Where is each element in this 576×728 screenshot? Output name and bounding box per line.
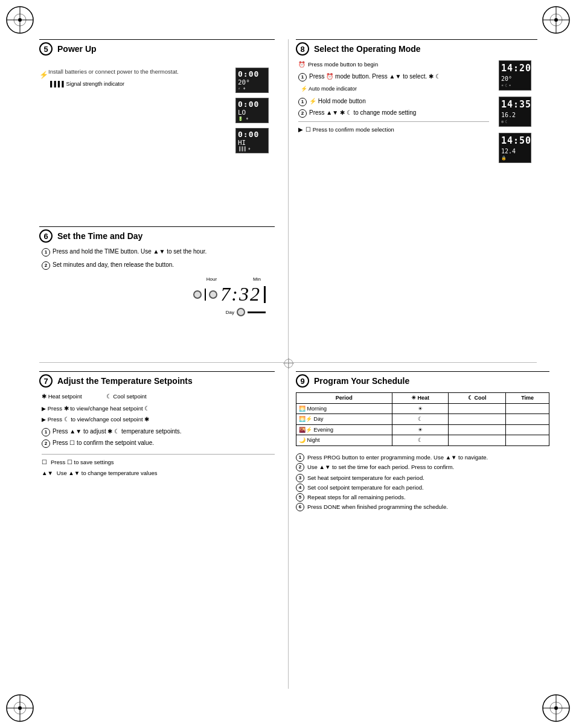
sun-icon-1: ☀ <box>501 83 504 88</box>
time-row: 7:32 <box>193 283 266 305</box>
updown-icon: ▲▼ <box>42 469 53 477</box>
time-display-area: Hour Min 7:32 Day <box>39 276 266 316</box>
step1-num: 1 <box>42 248 50 257</box>
section-9-content: Period ☀ Heat ☾ Cool Time 🌅 Morning ☀ 🌅⚡… <box>296 392 549 511</box>
dot-icon-1: • <box>508 83 511 88</box>
section-6-header: 6 Set the Time and Day <box>39 226 275 243</box>
mode-s1-text: Press ⏰ mode button. Press ▲▼ to select.… <box>309 72 441 80</box>
heat-4: ☾ <box>392 435 449 446</box>
sp-step2-text: Press ☐ to confirm the setpoint value. <box>53 439 154 447</box>
schedule-row-4: 🌙 Night ☾ <box>296 435 549 446</box>
mode-d2-foot: ❄ ☾ <box>501 120 529 124</box>
section-6-steps: 1 Press and hold the TIME button. Use ▲▼… <box>42 247 275 272</box>
hour-label: Hour <box>206 276 217 282</box>
mode-footer: ▶ ☐ Press to confirm mode selection <box>298 121 489 134</box>
mode-steps: ⏰ Press mode button to begin 1 Press ⏰ m… <box>298 60 489 134</box>
time-3 <box>506 424 549 435</box>
prog-step2: 2 Use ▲▼ to set the time for each period… <box>296 463 549 471</box>
display-3-time: 0:00 <box>238 130 266 139</box>
schedule-row-2: 🌅⚡ Day ☾ <box>296 414 549 425</box>
mode-d2-temp: 16.2 <box>501 112 529 118</box>
prog-s1-num: 1 <box>296 453 304 462</box>
prog-s5-text: Repeat steps for all remaining periods. <box>307 493 406 502</box>
mode-f1: ▶ ☐ Press to confirm mode selection <box>298 126 489 134</box>
section-7-content: ✱ Heat setpoint ☾ Cool setpoint ▶ Press … <box>42 392 275 477</box>
section-8: 8 Select the Operating Mode 14:20 20° ☀ … <box>296 39 537 235</box>
section-5: 5 Power Up ⚡ 0:00 20° ⚡ ♦ 0:00 LO 🔋 ♦ 0:… <box>39 39 275 164</box>
step2-num: 2 <box>42 261 50 270</box>
col-heat: ☀ Heat <box>392 393 449 404</box>
setpoint-footer: ☐ Press ☐ to save settings ▲▼ Use ▲▼ to … <box>42 454 275 477</box>
step2-text: Set minutes and day, then release the bu… <box>53 261 174 269</box>
col-period: Period <box>296 393 392 404</box>
day-row: Day <box>226 308 266 316</box>
setpoint-labels: ✱ Heat setpoint ☾ Cool setpoint <box>42 392 275 401</box>
svg-point-8 <box>554 18 558 22</box>
prog-s1-text: Press PROG button to enter programming m… <box>307 453 488 462</box>
day-knob <box>237 308 245 316</box>
display-box-2: 0:00 LO 🔋 ♦ <box>235 98 269 123</box>
section-7: 7 Adjust the Temperature Setpoints ✱ Hea… <box>39 371 275 477</box>
display-box-3: 0:00 HI ▐▐▐ ♦ <box>235 128 269 153</box>
mode-clock-icon: ⏰ Press mode button to begin <box>298 60 489 69</box>
mode-step2: 2 Press ▲▼ ✱ ☾ to change mode setting <box>298 109 489 118</box>
section-8-header: 8 Select the Operating Mode <box>296 39 537 56</box>
mode-note: Press mode button to begin <box>308 60 378 69</box>
cool-icon-2: ☾ <box>505 120 507 124</box>
section-5-number: 5 <box>39 42 53 56</box>
time-2 <box>506 414 549 425</box>
step1-text: Press and hold the TIME button. Use ▲▼ t… <box>53 247 206 255</box>
heat-icon: ✱ Heat setpoint <box>42 392 82 401</box>
prog-s5-num: 5 <box>296 493 304 502</box>
mode-d2-time: 14:35 <box>501 99 529 110</box>
period-1: 🌅 Morning <box>296 403 392 414</box>
section-9-title: Program Your Schedule <box>314 376 409 386</box>
section-9-number: 9 <box>296 374 309 388</box>
prog-s6-text: Press DONE when finished programming the… <box>307 503 448 511</box>
prog-step6: 6 Press DONE when finished programming t… <box>296 503 549 511</box>
schedule-icon: ☐ <box>42 458 47 467</box>
mode-f1-icon: ▶ <box>298 126 303 134</box>
section-6-number: 6 <box>39 229 53 243</box>
footer-line2: ▲▼ Use ▲▼ to change temperature values <box>42 469 275 477</box>
cool-1 <box>449 403 506 414</box>
section-5-title: Power Up <box>57 44 97 54</box>
time-sep1 <box>205 289 206 301</box>
prog-s3-text: Set heat setpoint temperature for each p… <box>307 474 424 482</box>
section-7-title: Adjust the Temperature Setpoints <box>57 376 193 386</box>
schedule-row-3: 🌇⚡ Evening ☀ <box>296 424 549 435</box>
sp-step2-num: 2 <box>42 439 50 448</box>
section-5-text: Install batteries or connect power to th… <box>48 68 229 87</box>
mode-display-2: 14:35 16.2 ❄ ☾ <box>499 97 531 127</box>
signal-icon: ▐▐▐▐ <box>48 81 64 87</box>
center-crosshair <box>283 358 294 369</box>
mode-s12-text: ⚡ Hold mode button <box>309 97 366 105</box>
mode-s2-text: Press ▲▼ ✱ ☾ to change mode setting <box>309 109 416 117</box>
time-bar <box>264 286 266 303</box>
lock-icon-3: 🔒 <box>501 156 507 161</box>
mode-display-1: 14:20 20° ☀ ☾ • <box>499 60 531 91</box>
mode-displays: 14:20 20° ☀ ☾ • 14:35 16.2 ❄ ☾ 14:50 <box>499 60 531 163</box>
cool-icon: ☾ Cool setpoint <box>106 392 147 401</box>
mode-step1: 1 Press ⏰ mode button. Press ▲▼ to selec… <box>298 72 489 81</box>
schedule-table: Period ☀ Heat ☾ Cool Time 🌅 Morning ☀ 🌅⚡… <box>296 392 549 446</box>
mode-f1-text: ☐ Press to confirm mode selection <box>306 126 394 134</box>
corner-decoration-tr <box>541 5 571 35</box>
col-cool: ☾ Cool <box>449 393 506 404</box>
sp-step1-text: Press ▲▼ to adjust ✱ ☾ temperature setpo… <box>53 427 182 435</box>
time-labels: Hour Min <box>206 276 261 282</box>
clock-sym: ⏰ <box>298 60 306 69</box>
arrow2: ▶ <box>42 417 46 423</box>
min-knob <box>209 290 217 299</box>
time-1 <box>506 403 549 414</box>
display-1-val: 20° <box>238 78 266 86</box>
setpoint-step1: 1 Press ▲▼ to adjust ✱ ☾ temperature set… <box>42 427 275 436</box>
section-7-header: 7 Adjust the Temperature Setpoints <box>39 371 275 388</box>
display-2-val: LO <box>238 109 266 117</box>
section-6-title: Set the Time and Day <box>57 231 142 241</box>
lightning-icon: ⚡ <box>39 71 48 79</box>
signal-text: Signal strength indicator <box>66 81 125 87</box>
heat-3: ☀ <box>392 424 449 435</box>
setpoint-line1: ▶ Press ✱ to view/change heat setpoint ☾ <box>42 404 275 413</box>
col-time: Time <box>506 393 549 404</box>
